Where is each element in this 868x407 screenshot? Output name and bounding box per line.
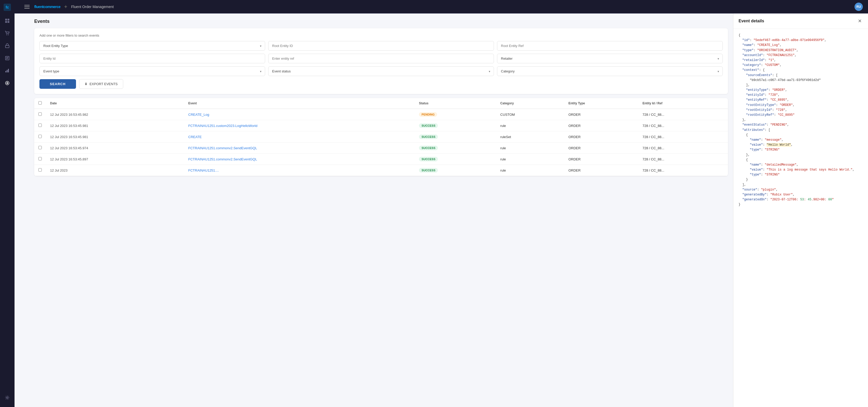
- row-entity-type: ORDER: [564, 154, 639, 165]
- entity-id-input[interactable]: [39, 54, 265, 63]
- row-status: SUCCESS: [415, 165, 496, 176]
- event-link[interactable]: FCTRAINAU1251.custom2023.LogHelloWorld: [188, 124, 257, 128]
- row-checkbox-cell[interactable]: [34, 165, 46, 176]
- row-checkbox[interactable]: [38, 123, 42, 127]
- cart-icon[interactable]: [2, 28, 12, 38]
- row-date: 12 Jul 2023 16:53:45.981: [46, 132, 184, 143]
- user-avatar[interactable]: RU: [855, 3, 863, 11]
- root-entity-type-select[interactable]: Root Entity Type: [39, 41, 265, 51]
- row-checkbox[interactable]: [38, 168, 42, 172]
- event-status-select[interactable]: Event status: [268, 66, 494, 76]
- row-checkbox-cell[interactable]: [34, 132, 46, 143]
- row-entity-id-ref: 728 / CC_88...: [639, 132, 728, 143]
- row-category: rule: [496, 143, 564, 154]
- category-filter[interactable]: Category: [497, 66, 723, 76]
- row-checkbox-cell[interactable]: [34, 109, 46, 120]
- event-link[interactable]: CREATE_Log: [188, 113, 209, 117]
- row-checkbox-cell[interactable]: [34, 143, 46, 154]
- root-entity-ref-input[interactable]: [497, 41, 723, 51]
- root-entity-ref-filter[interactable]: [497, 41, 723, 51]
- row-category: rule: [496, 154, 564, 165]
- hamburger-button[interactable]: [20, 0, 34, 13]
- row-status: SUCCESS: [415, 154, 496, 165]
- page-title: Events: [34, 19, 728, 24]
- reports-icon[interactable]: [2, 65, 12, 76]
- row-event[interactable]: FCTRAINAU1251.commonv2.SendEventGQL: [184, 143, 415, 154]
- events-table: Date Event Status Category Entity Type E…: [34, 98, 728, 176]
- header-entity-type: Entity Type: [564, 98, 639, 109]
- root-entity-id-input[interactable]: [268, 41, 494, 51]
- catalog-icon[interactable]: [2, 53, 12, 63]
- brand: fluentcommerce ✦ Fluent Order Management: [34, 4, 114, 10]
- close-button[interactable]: ✕: [857, 18, 863, 24]
- status-badge: SUCCESS: [419, 146, 438, 150]
- event-link[interactable]: FCTRAINAU1251.commonv2.SendEventGQL: [188, 146, 257, 150]
- event-type-select[interactable]: Event type: [39, 66, 265, 76]
- event-type-filter[interactable]: Event type: [39, 66, 265, 76]
- status-badge: PENDING: [419, 112, 437, 117]
- row-category: rule: [496, 120, 564, 132]
- svg-point-6: [6, 34, 7, 35]
- svg-rect-8: [5, 46, 9, 48]
- row-event[interactable]: CREATE: [184, 132, 415, 143]
- category-select[interactable]: Category: [497, 66, 723, 76]
- header-date: Date: [46, 98, 184, 109]
- events-table-section: Date Event Status Category Entity Type E…: [34, 98, 728, 176]
- detail-body: { "id": "5edef467-ed6b-4a77-a0be-071e004…: [733, 29, 868, 407]
- dashboard-icon[interactable]: [2, 16, 12, 26]
- row-checkbox-cell[interactable]: [34, 120, 46, 132]
- status-badge: SUCCESS: [419, 123, 438, 128]
- row-entity-id-ref: 728 / CC_88...: [639, 120, 728, 132]
- row-checkbox[interactable]: [38, 112, 42, 116]
- settings-icon[interactable]: [2, 393, 12, 403]
- event-link[interactable]: FCTRAINAU1251....: [188, 169, 219, 172]
- row-date: 12 Jul 2023: [46, 165, 184, 176]
- status-badge: SUCCESS: [419, 157, 438, 162]
- retailer-select[interactable]: Retailer: [497, 54, 723, 63]
- table-row: 12 Jul 2023 16:53:45.974 FCTRAINAU1251.c…: [34, 143, 728, 154]
- select-all-checkbox[interactable]: [38, 101, 42, 105]
- svg-rect-13: [5, 71, 6, 72]
- row-checkbox[interactable]: [38, 135, 42, 138]
- row-status: SUCCESS: [415, 143, 496, 154]
- table-row: 12 Jul 2023 16:53:45.981 CREATE SUCCESS …: [34, 132, 728, 143]
- export-button[interactable]: ⬇ EXPORT EVENTS: [79, 79, 123, 89]
- row-entity-type: ORDER: [564, 120, 639, 132]
- table-row: 12 Jul 2023 FCTRAINAU1251.... SUCCESS ru…: [34, 165, 728, 176]
- entity-ref-filter[interactable]: [268, 54, 494, 63]
- event-link[interactable]: CREATE: [188, 135, 202, 139]
- svg-rect-5: [7, 21, 9, 23]
- row-entity-type: ORDER: [564, 109, 639, 120]
- entity-id-filter[interactable]: [39, 54, 265, 63]
- row-event[interactable]: FCTRAINAU1251....: [184, 165, 415, 176]
- root-entity-id-filter[interactable]: [268, 41, 494, 51]
- row-category: rule: [496, 165, 564, 176]
- entity-ref-input[interactable]: [268, 54, 494, 63]
- root-entity-type-filter[interactable]: Root Entity Type: [39, 41, 265, 51]
- export-label: EXPORT EVENTS: [90, 82, 118, 86]
- search-button[interactable]: SEARCH: [39, 79, 76, 89]
- row-status: PENDING: [415, 109, 496, 120]
- topbar-right: RU: [855, 3, 863, 11]
- row-status: SUCCESS: [415, 120, 496, 132]
- svg-point-7: [8, 34, 9, 35]
- action-buttons: SEARCH ⬇ EXPORT EVENTS: [39, 79, 723, 89]
- row-checkbox[interactable]: [38, 146, 42, 149]
- row-entity-type: ORDER: [564, 143, 639, 154]
- header-checkbox[interactable]: [34, 98, 46, 109]
- sidebar-logo: fc: [0, 0, 14, 14]
- row-date: 12 Jul 2023 16:53:45.982: [46, 109, 184, 120]
- row-event[interactable]: CREATE_Log: [184, 109, 415, 120]
- row-checkbox[interactable]: [38, 157, 42, 161]
- row-event[interactable]: FCTRAINAU1251.custom2023.LogHelloWorld: [184, 120, 415, 132]
- event-status-filter[interactable]: Event status: [268, 66, 494, 76]
- row-checkbox-cell[interactable]: [34, 154, 46, 165]
- status-badge: SUCCESS: [419, 135, 438, 139]
- event-link[interactable]: FCTRAINAU1251.commonv2.SendEventGQL: [188, 157, 257, 161]
- table-header-row: Date Event Status Category Entity Type E…: [34, 98, 728, 109]
- rules-icon[interactable]: [2, 78, 12, 88]
- topbar: fluentcommerce ✦ Fluent Order Management…: [14, 0, 868, 13]
- inventory-icon[interactable]: [2, 40, 12, 51]
- row-event[interactable]: FCTRAINAU1251.commonv2.SendEventGQL: [184, 154, 415, 165]
- retailer-filter[interactable]: Retailer: [497, 54, 723, 63]
